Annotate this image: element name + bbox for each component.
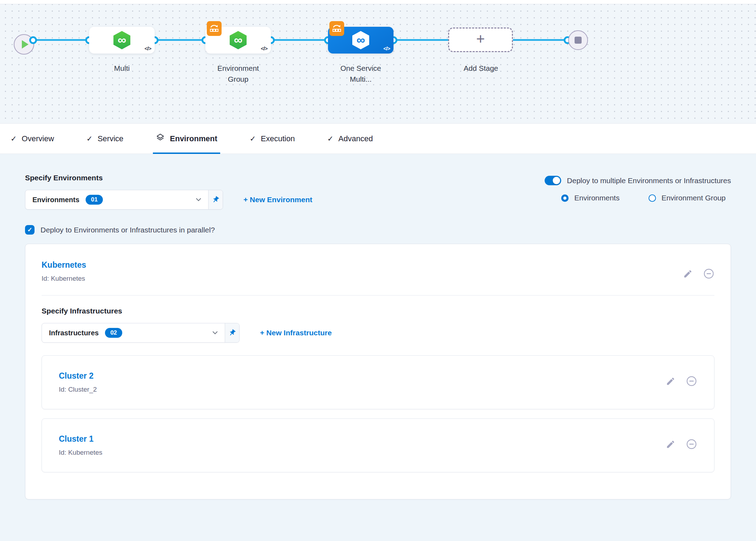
infrastructure-name-link[interactable]: Cluster 2 [59,371,97,381]
infrastructure-card: Cluster 2 Id: Cluster_2 [42,355,714,409]
section-divider [42,295,714,296]
check-icon: ✓ [250,135,256,143]
pin-runtime-input-button[interactable] [208,190,223,209]
remove-environment-button[interactable] [703,268,714,279]
specify-environments-heading: Specify Environments [25,174,312,182]
infrastructure-name-link[interactable]: Cluster 1 [59,434,103,444]
radio-environment-group-label: Environment Group [662,194,726,202]
specify-environments-block: Specify Environments Environments 01 [25,174,312,210]
tab-label: Service [98,134,123,143]
chevron-down-icon [196,197,201,203]
deploy-parallel-checkbox[interactable]: ✓ [25,225,35,235]
pipeline-canvas: ∞ </> Multi ∞ </> Enviro [0,4,756,124]
environment-info: Kubernetes Id: Kubernetes [42,260,86,282]
infrastructure-info: Cluster 1 Id: Kubernetes [59,434,103,456]
rollout-strategy-icon [329,21,344,36]
add-stage-label: Add Stage [446,63,516,74]
radio-environment-group[interactable] [649,194,656,202]
environment-tab-panel: Specify Environments Environments 01 [0,154,756,541]
pencil-icon [666,440,675,449]
rollout-strategy-icon [207,21,222,36]
add-stage-button[interactable]: + [448,27,513,52]
minus-circle-icon [686,439,697,450]
minus-circle-icon [686,375,697,387]
pin-icon [210,194,221,205]
stage-label-environment-group: Environment Group [203,63,273,85]
code-icon: </> [261,45,267,51]
infrastructures-dropdown[interactable]: Infrastructures 02 [42,323,240,343]
tab-overview[interactable]: ✓ Overview [11,124,54,154]
tab-environment[interactable]: Environment [156,124,217,154]
environment-id: Id: Kubernetes [42,275,86,282]
environments-dropdown[interactable]: Environments 01 [25,190,223,210]
pipeline-studio-page: ∞ </> Multi ∞ </> Enviro [0,0,756,541]
service-hexagon-icon: ∞ [113,31,130,49]
edit-infrastructure-button[interactable] [666,440,675,449]
multi-environment-toggle-label: Deploy to multiple Environments or Infra… [567,176,731,185]
pipeline-end-node[interactable] [568,30,588,50]
remove-infrastructure-button[interactable] [686,375,697,387]
deploy-parallel-label: Deploy to Environments or Infrastructure… [41,226,215,234]
multi-environment-toggle[interactable] [545,176,561,185]
tab-label: Execution [261,134,295,143]
tab-advanced[interactable]: ✓ Advanced [327,124,373,154]
tab-label: Overview [22,134,54,143]
service-hexagon-icon: ∞ [230,31,247,49]
tab-execution[interactable]: ✓ Execution [250,124,295,154]
play-icon [22,40,29,49]
pin-runtime-input-button[interactable] [225,323,239,342]
stage-tabbar: ✓ Overview ✓ Service Environment ✓ Execu… [0,124,756,154]
stage-label-one-service-multi: One Service Multi... [326,63,396,85]
check-icon: ✓ [11,135,17,143]
radio-environments-label: Environments [574,194,619,202]
edit-infrastructure-button[interactable] [666,377,675,386]
remove-infrastructure-button[interactable] [686,439,697,450]
pencil-icon [666,377,675,386]
tab-label: Advanced [339,134,373,143]
specify-infrastructures-heading: Specify Infrastructures [42,307,714,315]
plus-icon: + [476,32,485,46]
infrastructure-id: Id: Cluster_2 [59,386,97,393]
toggle-knob [553,177,560,184]
pencil-icon [683,269,693,279]
check-icon: ✓ [27,226,32,234]
environments-dropdown-value: Environments [32,196,79,204]
check-icon: ✓ [86,135,93,143]
edit-environment-button[interactable] [683,269,693,279]
stage-node-multi[interactable]: ∞ </> [89,27,155,54]
stage-node-environment-group[interactable]: ∞ </> [205,27,271,54]
connector-dot [29,36,37,44]
minus-circle-icon [703,268,714,279]
tab-service[interactable]: ✓ Service [86,124,123,154]
environment-layers-icon [156,133,165,144]
code-icon: </> [383,45,390,51]
code-icon: </> [144,45,151,51]
new-infrastructure-link[interactable]: + New Infrastructure [260,329,332,337]
stage-label-multi: Multi [87,63,157,74]
stage-node-one-service-multi[interactable]: ∞ </> [328,27,394,54]
deploy-mode-block: Deploy to multiple Environments or Infra… [545,174,731,202]
stop-icon [575,37,582,44]
infrastructure-card: Cluster 1 Id: Kubernetes [42,418,714,472]
infrastructures-count-badge: 02 [105,328,122,338]
infinity-icon: ∞ [118,34,126,46]
check-icon: ✓ [327,135,334,143]
infrastructure-id: Id: Kubernetes [59,449,103,456]
new-environment-link[interactable]: + New Environment [243,195,312,204]
infinity-icon: ∞ [234,34,242,46]
environment-card: Kubernetes Id: Kubernetes Specify Infras… [25,244,731,499]
top-strip [0,0,756,4]
pin-icon [227,328,238,338]
infrastructures-dropdown-value: Infrastructures [49,329,99,337]
chevron-down-icon [212,330,218,336]
service-hexagon-icon: ∞ [352,31,369,49]
infrastructure-info: Cluster 2 Id: Cluster_2 [59,371,97,393]
radio-environments[interactable] [561,194,569,202]
tab-label: Environment [170,134,217,143]
infinity-icon: ∞ [357,34,365,46]
environments-count-badge: 01 [86,195,103,205]
environment-name-link[interactable]: Kubernetes [42,260,86,270]
